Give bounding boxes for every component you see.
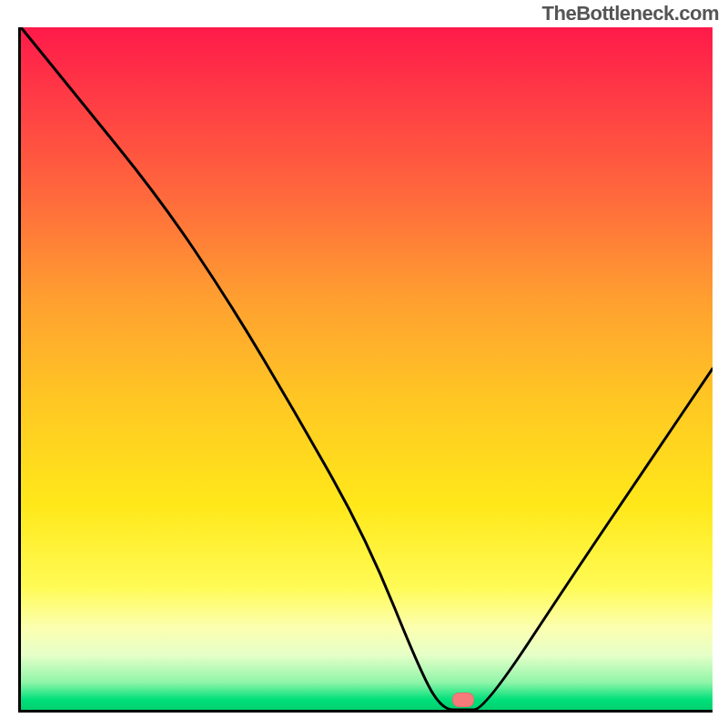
chart-container: TheBottleneck.com — [0, 0, 728, 728]
optimal-point-marker — [452, 693, 474, 707]
watermark-label: TheBottleneck.com — [542, 2, 719, 25]
plot-area — [18, 27, 713, 713]
bottleneck-curve — [21, 27, 713, 710]
